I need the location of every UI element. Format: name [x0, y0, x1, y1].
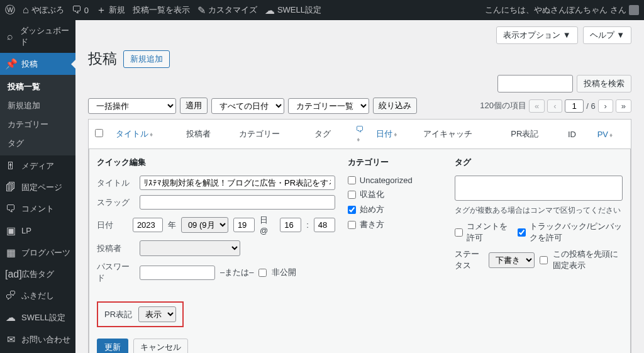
submenu-categories[interactable]: カテゴリー	[0, 115, 75, 134]
submenu-new-post[interactable]: 新規追加	[0, 96, 75, 115]
minute-input[interactable]	[314, 218, 335, 232]
category-option[interactable]: Uncategorized	[348, 176, 442, 185]
menu-appearance[interactable]: 🖌外観	[0, 350, 75, 353]
search-button[interactable]: 投稿を検索	[577, 75, 631, 92]
col-date[interactable]: 日付♦	[370, 120, 417, 149]
col-category: カテゴリー	[233, 120, 308, 149]
category-checkbox[interactable]	[348, 176, 356, 184]
items-count: 120個の項目	[480, 100, 526, 111]
posts-table: タイトル♦ 投稿者 カテゴリー タグ 🗨♦ 日付♦ アイキャッチ PR表記 ID…	[88, 119, 631, 353]
mail-icon: ✉	[5, 333, 16, 345]
menu-swell[interactable]: ☁SWELL設定	[0, 306, 75, 328]
categories-heading: カテゴリー	[348, 157, 442, 168]
allow-ping-checkbox[interactable]	[518, 228, 526, 237]
submenu-tags[interactable]: タグ	[0, 134, 75, 153]
customize-link[interactable]: ✎カスタマイズ	[197, 4, 257, 16]
comments-link[interactable]: 🗨0	[72, 4, 89, 16]
search-input[interactable]	[497, 75, 573, 92]
tags-heading: タグ	[455, 157, 623, 168]
hour-input[interactable]	[280, 218, 301, 232]
author-select[interactable]	[140, 240, 240, 256]
category-checkbox[interactable]	[348, 191, 356, 199]
menu-contact[interactable]: ✉お問い合わせ	[0, 328, 75, 350]
show-posts-link[interactable]: 投稿一覧を表示	[133, 4, 190, 16]
screen-options-button[interactable]: 表示オプション ▼	[496, 26, 577, 44]
category-option[interactable]: 始め方	[348, 204, 442, 215]
quick-edit-heading: クイック編集	[97, 157, 335, 168]
category-checkbox[interactable]	[348, 206, 356, 214]
page-icon: 🗐	[5, 182, 16, 193]
col-pv[interactable]: PV♦	[591, 120, 631, 149]
apply-button[interactable]: 適用	[180, 98, 208, 114]
author-label: 投稿者	[97, 243, 135, 254]
last-page-button[interactable]: »	[616, 99, 631, 113]
dashboard-icon: ⌕	[5, 31, 15, 42]
quick-edit-panel: クイック編集 タイトル スラッグ 日付	[89, 149, 631, 353]
menu-pages[interactable]: 🗐固定ページ	[0, 177, 75, 198]
add-new-button[interactable]: 新規追加	[123, 50, 170, 68]
bubble-icon: 🗪	[5, 290, 16, 301]
col-title[interactable]: タイトル♦	[109, 120, 180, 149]
wp-logo[interactable]: ⓦ	[5, 4, 15, 17]
slug-input[interactable]	[140, 195, 335, 210]
swell-link[interactable]: ☁SWELL設定	[265, 4, 321, 16]
pr-block: PR表記 表示	[97, 301, 184, 327]
password-input[interactable]	[140, 266, 215, 280]
menu-posts[interactable]: 📌投稿	[0, 53, 75, 75]
sticky-checkbox[interactable]	[540, 256, 548, 264]
category-filter-select[interactable]: カテゴリー一覧	[288, 98, 369, 114]
parts-icon: ▦	[5, 247, 16, 259]
cloud-icon: ☁	[5, 311, 16, 323]
tags-help: タグが複数ある場合はコンマで区切ってください	[455, 205, 623, 216]
submenu-all-posts[interactable]: 投稿一覧	[0, 77, 75, 96]
date-filter-select[interactable]: すべての日付	[211, 98, 284, 114]
title-input[interactable]	[140, 176, 335, 190]
col-pr: PR表記	[504, 120, 562, 149]
lp-icon: ▣	[5, 225, 16, 237]
filter-button[interactable]: 絞り込み	[373, 98, 417, 114]
site-link[interactable]: ⌂やぽぶろ	[23, 4, 64, 16]
slug-label: スラッグ	[97, 197, 135, 208]
media-icon: 🎚	[5, 160, 16, 172]
next-page-button[interactable]: ›	[598, 99, 613, 113]
year-input[interactable]	[133, 218, 163, 232]
greeting[interactable]: こんにちは、やぬさんぽんちゃん さん	[485, 4, 639, 16]
menu-media[interactable]: 🎚メディア	[0, 155, 75, 177]
new-link[interactable]: ＋新規	[96, 4, 125, 17]
menu-comments[interactable]: 🗨コメント	[0, 198, 75, 220]
select-all-checkbox[interactable]	[95, 129, 103, 137]
category-option[interactable]: 収益化	[348, 189, 442, 200]
bulk-action-select[interactable]: 一括操作	[88, 98, 176, 114]
private-checkbox[interactable]	[258, 269, 267, 277]
day-input[interactable]	[233, 218, 255, 232]
first-page-button[interactable]: «	[529, 99, 545, 113]
menu-adtag[interactable]: [ad]広告タグ	[0, 264, 75, 285]
menu-dashboard[interactable]: ⌕ダッシュボード	[0, 20, 75, 53]
col-comments[interactable]: 🗨♦	[349, 120, 370, 149]
tags-input[interactable]	[455, 176, 623, 201]
title-label: タイトル	[97, 177, 135, 189]
col-id: ID	[562, 120, 591, 149]
ad-icon: [ad]	[5, 269, 16, 280]
page-input[interactable]	[565, 99, 584, 113]
pr-select[interactable]: 表示	[138, 306, 176, 322]
update-button[interactable]: 更新	[97, 339, 128, 353]
month-select[interactable]: 09 (9月)	[181, 217, 228, 233]
help-button[interactable]: ヘルプ ▼	[583, 26, 631, 44]
allow-comments-checkbox[interactable]	[455, 228, 463, 237]
col-author: 投稿者	[180, 120, 233, 149]
cancel-button[interactable]: キャンセル	[133, 339, 188, 353]
prev-page-button[interactable]: ‹	[547, 99, 562, 113]
status-select[interactable]: 下書き	[489, 252, 535, 268]
password-label: パスワード	[97, 261, 135, 284]
col-tag: タグ	[308, 120, 349, 149]
avatar-icon	[629, 5, 639, 15]
col-eyecatch: アイキャッチ	[417, 120, 504, 149]
category-option[interactable]: 書き方	[348, 219, 442, 230]
admin-bar: ⓦ ⌂やぽぶろ 🗨0 ＋新規 投稿一覧を表示 ✎カスタマイズ ☁SWELL設定 …	[0, 0, 644, 20]
menu-lp[interactable]: ▣LP	[0, 220, 75, 242]
pr-label: PR表記	[104, 309, 132, 320]
menu-fukidashi[interactable]: 🗪ふきだし	[0, 285, 75, 306]
category-checkbox[interactable]	[348, 221, 356, 229]
menu-blogparts[interactable]: ▦ブログパーツ	[0, 242, 75, 264]
